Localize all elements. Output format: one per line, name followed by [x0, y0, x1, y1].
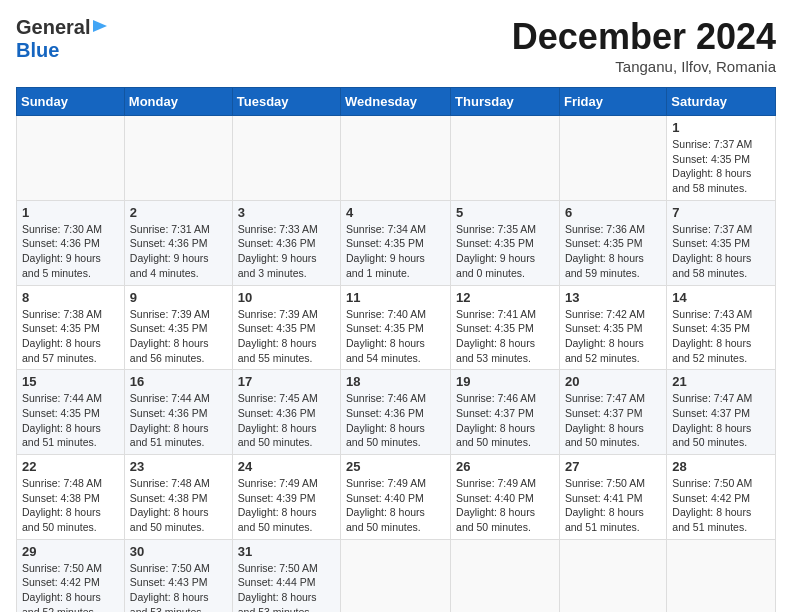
calendar-cell: 26Sunrise: 7:49 AMSunset: 4:40 PMDayligh…: [451, 455, 560, 540]
calendar-cell: 27Sunrise: 7:50 AMSunset: 4:41 PMDayligh…: [559, 455, 666, 540]
cell-details: Sunrise: 7:48 AMSunset: 4:38 PMDaylight:…: [22, 476, 119, 535]
calendar-cell: [559, 539, 666, 612]
day-number: 29: [22, 544, 119, 559]
logo-blue-text: Blue: [16, 39, 59, 61]
calendar-cell: 28Sunrise: 7:50 AMSunset: 4:42 PMDayligh…: [667, 455, 776, 540]
calendar-cell: [451, 116, 560, 201]
calendar-cell: [341, 116, 451, 201]
calendar-cell: 5Sunrise: 7:35 AMSunset: 4:35 PMDaylight…: [451, 200, 560, 285]
calendar-cell: 11Sunrise: 7:40 AMSunset: 4:35 PMDayligh…: [341, 285, 451, 370]
calendar-cell: 30Sunrise: 7:50 AMSunset: 4:43 PMDayligh…: [124, 539, 232, 612]
day-number: 2: [130, 205, 227, 220]
day-number: 31: [238, 544, 335, 559]
cell-details: Sunrise: 7:38 AMSunset: 4:35 PMDaylight:…: [22, 307, 119, 366]
cell-details: Sunrise: 7:41 AMSunset: 4:35 PMDaylight:…: [456, 307, 554, 366]
cell-details: Sunrise: 7:44 AMSunset: 4:36 PMDaylight:…: [130, 391, 227, 450]
day-number: 7: [672, 205, 770, 220]
calendar-cell: [17, 116, 125, 201]
calendar-day-header: Wednesday: [341, 88, 451, 116]
calendar-day-header: Sunday: [17, 88, 125, 116]
cell-details: Sunrise: 7:33 AMSunset: 4:36 PMDaylight:…: [238, 222, 335, 281]
cell-details: Sunrise: 7:39 AMSunset: 4:35 PMDaylight:…: [238, 307, 335, 366]
calendar-cell: 31Sunrise: 7:50 AMSunset: 4:44 PMDayligh…: [232, 539, 340, 612]
calendar-cell: 17Sunrise: 7:45 AMSunset: 4:36 PMDayligh…: [232, 370, 340, 455]
day-number: 11: [346, 290, 445, 305]
cell-details: Sunrise: 7:46 AMSunset: 4:37 PMDaylight:…: [456, 391, 554, 450]
cell-details: Sunrise: 7:40 AMSunset: 4:35 PMDaylight:…: [346, 307, 445, 366]
day-number: 23: [130, 459, 227, 474]
day-number: 6: [565, 205, 661, 220]
day-number: 20: [565, 374, 661, 389]
cell-details: Sunrise: 7:35 AMSunset: 4:35 PMDaylight:…: [456, 222, 554, 281]
calendar-cell: 4Sunrise: 7:34 AMSunset: 4:35 PMDaylight…: [341, 200, 451, 285]
day-number: 1: [672, 120, 770, 135]
day-number: 16: [130, 374, 227, 389]
calendar-day-header: Saturday: [667, 88, 776, 116]
day-number: 4: [346, 205, 445, 220]
day-number: 9: [130, 290, 227, 305]
calendar-week-row: 1Sunrise: 7:37 AMSunset: 4:35 PMDaylight…: [17, 116, 776, 201]
calendar-week-row: 22Sunrise: 7:48 AMSunset: 4:38 PMDayligh…: [17, 455, 776, 540]
svg-marker-0: [93, 20, 107, 32]
calendar-week-row: 15Sunrise: 7:44 AMSunset: 4:35 PMDayligh…: [17, 370, 776, 455]
cell-details: Sunrise: 7:37 AMSunset: 4:35 PMDaylight:…: [672, 222, 770, 281]
day-number: 26: [456, 459, 554, 474]
cell-details: Sunrise: 7:44 AMSunset: 4:35 PMDaylight:…: [22, 391, 119, 450]
location-text: Tanganu, Ilfov, Romania: [512, 58, 776, 75]
calendar-cell: 23Sunrise: 7:48 AMSunset: 4:38 PMDayligh…: [124, 455, 232, 540]
cell-details: Sunrise: 7:47 AMSunset: 4:37 PMDaylight:…: [565, 391, 661, 450]
cell-details: Sunrise: 7:49 AMSunset: 4:39 PMDaylight:…: [238, 476, 335, 535]
cell-details: Sunrise: 7:36 AMSunset: 4:35 PMDaylight:…: [565, 222, 661, 281]
calendar-cell: 6Sunrise: 7:36 AMSunset: 4:35 PMDaylight…: [559, 200, 666, 285]
calendar-cell: 1Sunrise: 7:30 AMSunset: 4:36 PMDaylight…: [17, 200, 125, 285]
cell-details: Sunrise: 7:48 AMSunset: 4:38 PMDaylight:…: [130, 476, 227, 535]
day-number: 8: [22, 290, 119, 305]
day-number: 10: [238, 290, 335, 305]
cell-details: Sunrise: 7:50 AMSunset: 4:42 PMDaylight:…: [22, 561, 119, 612]
calendar-cell: 2Sunrise: 7:31 AMSunset: 4:36 PMDaylight…: [124, 200, 232, 285]
calendar-week-row: 8Sunrise: 7:38 AMSunset: 4:35 PMDaylight…: [17, 285, 776, 370]
calendar-cell: 12Sunrise: 7:41 AMSunset: 4:35 PMDayligh…: [451, 285, 560, 370]
day-number: 25: [346, 459, 445, 474]
logo: General Blue: [16, 16, 110, 62]
cell-details: Sunrise: 7:43 AMSunset: 4:35 PMDaylight:…: [672, 307, 770, 366]
month-title: December 2024: [512, 16, 776, 58]
cell-details: Sunrise: 7:47 AMSunset: 4:37 PMDaylight:…: [672, 391, 770, 450]
calendar-header-row: SundayMondayTuesdayWednesdayThursdayFrid…: [17, 88, 776, 116]
cell-details: Sunrise: 7:46 AMSunset: 4:36 PMDaylight:…: [346, 391, 445, 450]
calendar-cell: 1Sunrise: 7:37 AMSunset: 4:35 PMDaylight…: [667, 116, 776, 201]
cell-details: Sunrise: 7:34 AMSunset: 4:35 PMDaylight:…: [346, 222, 445, 281]
cell-details: Sunrise: 7:42 AMSunset: 4:35 PMDaylight:…: [565, 307, 661, 366]
calendar-cell: [559, 116, 666, 201]
day-number: 5: [456, 205, 554, 220]
calendar-cell: 3Sunrise: 7:33 AMSunset: 4:36 PMDaylight…: [232, 200, 340, 285]
calendar-cell: 29Sunrise: 7:50 AMSunset: 4:42 PMDayligh…: [17, 539, 125, 612]
calendar-cell: [667, 539, 776, 612]
cell-details: Sunrise: 7:45 AMSunset: 4:36 PMDaylight:…: [238, 391, 335, 450]
day-number: 14: [672, 290, 770, 305]
calendar-cell: 22Sunrise: 7:48 AMSunset: 4:38 PMDayligh…: [17, 455, 125, 540]
calendar-table: SundayMondayTuesdayWednesdayThursdayFrid…: [16, 87, 776, 612]
calendar-day-header: Tuesday: [232, 88, 340, 116]
page-header: General Blue December 2024 Tanganu, Ilfo…: [16, 16, 776, 75]
day-number: 18: [346, 374, 445, 389]
day-number: 30: [130, 544, 227, 559]
calendar-cell: 18Sunrise: 7:46 AMSunset: 4:36 PMDayligh…: [341, 370, 451, 455]
day-number: 1: [22, 205, 119, 220]
day-number: 12: [456, 290, 554, 305]
calendar-cell: [232, 116, 340, 201]
calendar-cell: 15Sunrise: 7:44 AMSunset: 4:35 PMDayligh…: [17, 370, 125, 455]
day-number: 17: [238, 374, 335, 389]
day-number: 19: [456, 374, 554, 389]
calendar-cell: 19Sunrise: 7:46 AMSunset: 4:37 PMDayligh…: [451, 370, 560, 455]
calendar-cell: 14Sunrise: 7:43 AMSunset: 4:35 PMDayligh…: [667, 285, 776, 370]
cell-details: Sunrise: 7:50 AMSunset: 4:41 PMDaylight:…: [565, 476, 661, 535]
calendar-day-header: Thursday: [451, 88, 560, 116]
day-number: 24: [238, 459, 335, 474]
day-number: 27: [565, 459, 661, 474]
cell-details: Sunrise: 7:50 AMSunset: 4:44 PMDaylight:…: [238, 561, 335, 612]
cell-details: Sunrise: 7:39 AMSunset: 4:35 PMDaylight:…: [130, 307, 227, 366]
day-number: 21: [672, 374, 770, 389]
cell-details: Sunrise: 7:49 AMSunset: 4:40 PMDaylight:…: [346, 476, 445, 535]
calendar-cell: 13Sunrise: 7:42 AMSunset: 4:35 PMDayligh…: [559, 285, 666, 370]
